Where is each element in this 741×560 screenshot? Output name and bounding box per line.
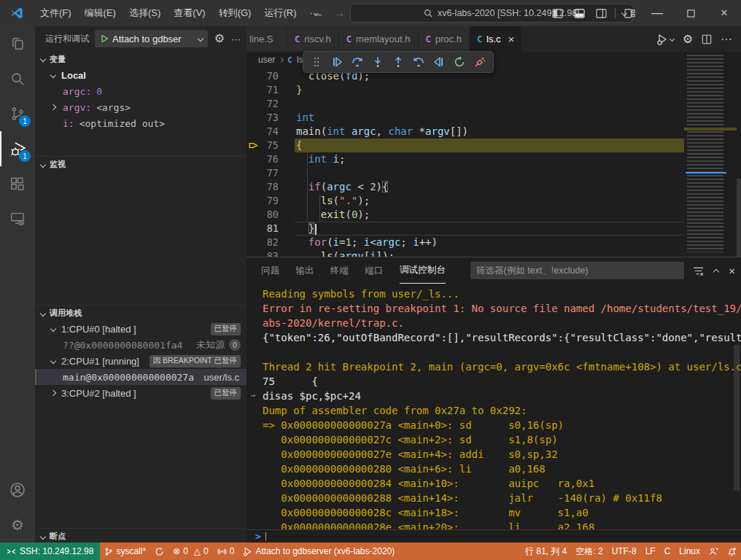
panel-tab-问题[interactable]: 问题 — [261, 258, 279, 284]
nav-forward-icon[interactable]: → — [334, 7, 346, 20]
continue-icon[interactable] — [328, 53, 346, 71]
line-number[interactable]: 77 — [247, 166, 279, 180]
code-line-80[interactable]: 80 exit(0); — [247, 208, 684, 222]
customize-layout-icon[interactable] — [618, 0, 640, 26]
debug-settings-gear-icon[interactable]: ⚙ — [214, 33, 225, 44]
tab-memlayout.h[interactable]: Cmemlayout.h — [339, 26, 419, 52]
line-number[interactable]: 80 — [247, 208, 279, 222]
step-out-icon[interactable] — [389, 53, 407, 71]
variable-row[interactable]: argc:0 — [35, 83, 247, 99]
step-over-icon[interactable] — [349, 53, 366, 71]
watch-section-header[interactable]: 监视 — [35, 156, 247, 172]
cursor-position[interactable]: 行 81, 列 4 — [521, 542, 571, 560]
minimize-icon[interactable]: — — [640, 0, 674, 26]
variable-row[interactable]: i:<optimized out> — [35, 115, 247, 131]
editor[interactable]: user C ls.c 70 close(fd);71}7273int74mai… — [247, 52, 741, 257]
line-number[interactable]: 81 — [247, 222, 279, 236]
line-number[interactable]: 83 — [247, 249, 279, 257]
callstack-frame-row[interactable]: main@0x000000000000027auser/ls.c — [35, 369, 247, 385]
debug-config-dropdown[interactable]: Attach to gdbser — [95, 30, 208, 47]
toggle-secondary-sidebar-icon[interactable] — [590, 0, 612, 26]
line-number[interactable]: 78 — [247, 180, 279, 194]
split-editor-icon[interactable] — [702, 34, 712, 44]
toolbar-drag-grip[interactable] — [308, 53, 325, 71]
close-window-icon[interactable]: × — [707, 0, 741, 26]
code-line-71[interactable]: 71} — [247, 83, 684, 97]
line-number[interactable]: 70 — [247, 69, 279, 83]
console-filter-input[interactable]: 筛选器(例如 text、!exclude) — [470, 262, 684, 279]
editor-scrollbar[interactable] — [737, 52, 741, 257]
variable-row[interactable]: argv:<args> — [35, 99, 247, 115]
menu-item-4[interactable]: 转到(G) — [212, 4, 258, 23]
maximize-icon[interactable] — [674, 0, 707, 26]
code-line-72[interactable]: 72 — [247, 97, 684, 111]
scope-local[interactable]: Local — [35, 67, 247, 83]
line-number[interactable]: 74 — [247, 125, 279, 139]
feedback-icon[interactable] — [705, 542, 723, 560]
code-line-83[interactable]: 83 ls(argv[i]); — [247, 249, 684, 257]
code-line-76[interactable]: 76 int i; — [247, 152, 684, 166]
toggle-sidebar-icon[interactable] — [546, 0, 568, 26]
panel-tab-端口[interactable]: 端口 — [365, 258, 383, 284]
code-line-81[interactable]: 81 } — [247, 222, 684, 236]
search-sidebar-icon[interactable] — [0, 61, 35, 96]
sync-icon[interactable] — [150, 542, 168, 560]
run-or-debug-icon[interactable] — [656, 34, 674, 45]
callstack-thread-row[interactable]: 3:CPU#2 [halted ]已暂停 — [35, 385, 247, 401]
close-tab-icon[interactable]: × — [508, 33, 515, 45]
language-mode[interactable]: C — [660, 542, 675, 560]
callstack-frame-row[interactable]: ??@0x0000000080001fa4未知源0 — [35, 337, 247, 353]
debug-session-item[interactable]: Attach to gdbserver (xv6-labs-2020) — [238, 542, 399, 560]
menu-item-0[interactable]: 文件(F) — [34, 4, 78, 23]
encoding[interactable]: UTF-8 — [608, 542, 641, 560]
tab-line.S[interactable]: line.S — [247, 26, 287, 52]
tab-ls.c[interactable]: Cls.c× — [470, 26, 523, 52]
manage-gear-icon[interactable]: ⚙ — [0, 508, 35, 542]
step-back-icon[interactable] — [410, 53, 427, 71]
problems-item[interactable]: ⊗ 0 △ 0 — [168, 542, 213, 560]
account-icon[interactable] — [0, 472, 35, 508]
maximize-panel-icon[interactable] — [714, 264, 718, 277]
indentation[interactable]: 空格: 2 — [571, 542, 607, 560]
code-line-73[interactable]: 73int — [247, 111, 684, 125]
git-branch-item[interactable]: syscall* — [100, 542, 150, 560]
tab-riscv.h[interactable]: Criscv.h — [287, 26, 339, 52]
code-line-78[interactable]: 78 if(argc < 2){ — [247, 180, 684, 194]
step-into-icon[interactable] — [369, 53, 387, 71]
code-line-74[interactable]: 74main(int argc, char *argv[]) — [247, 125, 684, 139]
line-number[interactable]: 73 — [247, 111, 279, 125]
line-number[interactable]: 76 — [247, 152, 279, 166]
tab-settings-gear-icon[interactable]: ⚙ — [683, 34, 693, 45]
code-region[interactable]: 70 close(fd);71}7273int74main(int argc, … — [247, 68, 684, 257]
restart-icon[interactable] — [451, 53, 468, 71]
menu-item-5[interactable]: 运行(R) — [257, 4, 303, 23]
more-actions-icon[interactable]: ··· — [231, 34, 241, 44]
panel-tab-调试控制台[interactable]: 调试控制台 — [400, 258, 446, 284]
variables-section-header[interactable]: 变量 — [35, 51, 247, 67]
toggle-panel-icon[interactable] — [568, 0, 590, 26]
menu-item-2[interactable]: 选择(S) — [123, 4, 167, 23]
code-line-82[interactable]: 82 for(i=1; i<argc; i++) — [247, 236, 684, 249]
callstack-section-header[interactable]: 调用堆栈 — [35, 305, 247, 321]
menu-item-3[interactable]: 查看(V) — [167, 4, 212, 23]
line-number[interactable]: 72 — [247, 97, 279, 111]
source-control-icon[interactable]: 1 — [0, 96, 35, 131]
panel-scrollbar[interactable] — [734, 345, 740, 491]
reverse-continue-icon[interactable] — [430, 53, 448, 71]
tab-proc.h[interactable]: Cproc.h — [419, 26, 470, 52]
code-line-75[interactable]: 75{ — [247, 139, 684, 152]
extensions-icon[interactable] — [0, 166, 35, 201]
filter-lines-icon[interactable] — [693, 266, 704, 276]
callstack-thread-row[interactable]: 2:CPU#1 [running]因 BREAKPOINT 已暂停 — [35, 353, 247, 369]
debug-console-input[interactable]: > — [247, 529, 741, 542]
nav-back-icon[interactable]: ← — [312, 7, 324, 20]
callstack-thread-row[interactable]: 1:CPU#0 [halted ]已暂停 — [35, 321, 247, 337]
line-number[interactable]: 82 — [247, 236, 279, 249]
code-line-77[interactable]: 77 — [247, 166, 684, 180]
ports-item[interactable]: 0 — [213, 542, 239, 560]
close-panel-icon[interactable]: × — [729, 265, 735, 277]
breakpoints-section-header[interactable]: 断点 — [35, 528, 247, 542]
minimap[interactable] — [684, 52, 737, 257]
eol[interactable]: LF — [641, 542, 660, 560]
panel-tab-终端[interactable]: 终端 — [330, 258, 349, 284]
